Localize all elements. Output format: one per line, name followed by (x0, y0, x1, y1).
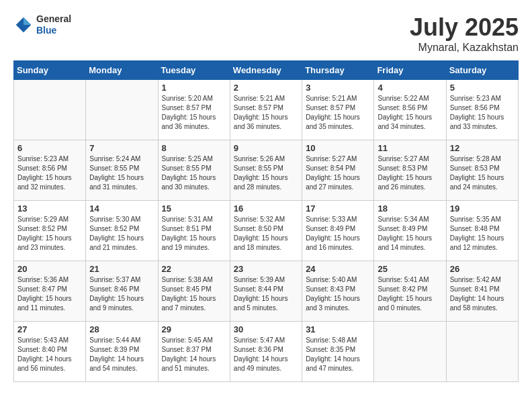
calendar-day-cell: 26Sunrise: 5:42 AMSunset: 8:41 PMDayligh… (446, 261, 518, 322)
calendar-day-cell: 14Sunrise: 5:30 AMSunset: 8:52 PMDayligh… (86, 201, 158, 261)
day-number: 18 (378, 203, 442, 214)
day-number: 19 (450, 203, 515, 214)
day-number: 8 (162, 143, 226, 153)
day-info: Sunrise: 5:43 AMSunset: 8:40 PMDaylight:… (17, 336, 82, 373)
logo-text: General Blue (36, 13, 71, 36)
day-number: 28 (89, 324, 154, 334)
day-number: 5 (450, 83, 515, 93)
day-info: Sunrise: 5:24 AMSunset: 8:55 PMDaylight:… (89, 154, 154, 192)
day-number: 23 (234, 264, 298, 274)
day-number: 30 (234, 324, 298, 334)
day-number: 6 (17, 143, 82, 153)
title-block: July 2025 Mynaral, Kazakhstan (410, 13, 519, 54)
calendar-day-cell: 31Sunrise: 5:48 AMSunset: 8:35 PMDayligh… (302, 322, 374, 382)
day-info: Sunrise: 5:40 AMSunset: 8:43 PMDaylight:… (306, 275, 370, 313)
day-info: Sunrise: 5:26 AMSunset: 8:55 PMDaylight:… (234, 154, 298, 192)
day-info: Sunrise: 5:28 AMSunset: 8:53 PMDaylight:… (450, 154, 515, 192)
logo: General Blue (13, 13, 71, 36)
calendar-week-row: 27Sunrise: 5:43 AMSunset: 8:40 PMDayligh… (14, 322, 519, 382)
calendar-day-cell: 23Sunrise: 5:39 AMSunset: 8:44 PMDayligh… (230, 261, 302, 322)
day-info: Sunrise: 5:47 AMSunset: 8:36 PMDaylight:… (234, 336, 298, 373)
day-info: Sunrise: 5:25 AMSunset: 8:55 PMDaylight:… (162, 154, 226, 192)
day-info: Sunrise: 5:35 AMSunset: 8:48 PMDaylight:… (450, 215, 515, 253)
calendar-day-cell (374, 322, 446, 382)
logo-blue-text: Blue (36, 25, 71, 36)
calendar-day-cell: 30Sunrise: 5:47 AMSunset: 8:36 PMDayligh… (230, 322, 302, 382)
page-header: General Blue July 2025 Mynaral, Kazakhst… (13, 13, 519, 54)
day-info: Sunrise: 5:45 AMSunset: 8:37 PMDaylight:… (162, 336, 226, 373)
calendar-day-cell: 15Sunrise: 5:31 AMSunset: 8:51 PMDayligh… (158, 201, 230, 261)
day-number: 22 (162, 264, 226, 274)
calendar-day-cell (86, 80, 158, 140)
calendar-week-row: 6Sunrise: 5:23 AMSunset: 8:56 PMDaylight… (14, 140, 519, 201)
day-of-week-header: Wednesday (230, 61, 302, 80)
day-info: Sunrise: 5:37 AMSunset: 8:46 PMDaylight:… (89, 275, 154, 313)
day-number: 11 (378, 143, 442, 153)
logo-general-text: General (36, 13, 71, 25)
calendar-week-row: 1Sunrise: 5:20 AMSunset: 8:57 PMDaylight… (14, 80, 519, 140)
day-info: Sunrise: 5:21 AMSunset: 8:57 PMDaylight:… (234, 94, 298, 132)
day-info: Sunrise: 5:27 AMSunset: 8:53 PMDaylight:… (378, 154, 442, 192)
day-number: 10 (306, 143, 370, 153)
day-number: 13 (17, 203, 82, 214)
day-info: Sunrise: 5:30 AMSunset: 8:52 PMDaylight:… (89, 215, 154, 253)
day-of-week-header: Saturday (446, 61, 518, 80)
calendar-day-cell: 3Sunrise: 5:21 AMSunset: 8:57 PMDaylight… (302, 80, 374, 140)
calendar-day-cell: 9Sunrise: 5:26 AMSunset: 8:55 PMDaylight… (230, 140, 302, 201)
calendar-day-cell: 5Sunrise: 5:23 AMSunset: 8:56 PMDaylight… (446, 80, 518, 140)
day-number: 29 (162, 324, 226, 334)
calendar-day-cell: 13Sunrise: 5:29 AMSunset: 8:52 PMDayligh… (14, 201, 86, 261)
month-title: July 2025 (410, 13, 519, 42)
day-info: Sunrise: 5:32 AMSunset: 8:50 PMDaylight:… (234, 215, 298, 253)
calendar-day-cell: 29Sunrise: 5:45 AMSunset: 8:37 PMDayligh… (158, 322, 230, 382)
calendar-day-cell: 19Sunrise: 5:35 AMSunset: 8:48 PMDayligh… (446, 201, 518, 261)
day-number: 1 (162, 83, 226, 93)
calendar-day-cell: 24Sunrise: 5:40 AMSunset: 8:43 PMDayligh… (302, 261, 374, 322)
calendar-day-cell: 22Sunrise: 5:38 AMSunset: 8:45 PMDayligh… (158, 261, 230, 322)
day-of-week-header: Sunday (14, 61, 86, 80)
day-number: 9 (234, 143, 298, 153)
day-of-week-header: Tuesday (158, 61, 230, 80)
calendar-day-cell: 28Sunrise: 5:44 AMSunset: 8:39 PMDayligh… (86, 322, 158, 382)
day-info: Sunrise: 5:27 AMSunset: 8:54 PMDaylight:… (306, 154, 370, 192)
day-number: 31 (306, 324, 370, 334)
day-info: Sunrise: 5:36 AMSunset: 8:47 PMDaylight:… (17, 275, 82, 313)
calendar-day-cell: 8Sunrise: 5:25 AMSunset: 8:55 PMDaylight… (158, 140, 230, 201)
day-info: Sunrise: 5:48 AMSunset: 8:35 PMDaylight:… (306, 336, 370, 373)
day-number: 21 (89, 264, 154, 274)
location: Mynaral, Kazakhstan (410, 42, 519, 54)
day-info: Sunrise: 5:29 AMSunset: 8:52 PMDaylight:… (17, 215, 82, 253)
day-of-week-header: Thursday (302, 61, 374, 80)
calendar-day-cell: 7Sunrise: 5:24 AMSunset: 8:55 PMDaylight… (86, 140, 158, 201)
day-of-week-header: Monday (86, 61, 158, 80)
day-number: 27 (17, 324, 82, 334)
svg-marker-1 (24, 17, 31, 25)
calendar-day-cell: 12Sunrise: 5:28 AMSunset: 8:53 PMDayligh… (446, 140, 518, 201)
day-number: 14 (89, 203, 154, 214)
calendar-day-cell: 20Sunrise: 5:36 AMSunset: 8:47 PMDayligh… (14, 261, 86, 322)
calendar-day-cell: 17Sunrise: 5:33 AMSunset: 8:49 PMDayligh… (302, 201, 374, 261)
day-info: Sunrise: 5:21 AMSunset: 8:57 PMDaylight:… (306, 94, 370, 132)
day-number: 4 (378, 83, 442, 93)
calendar-table: SundayMondayTuesdayWednesdayThursdayFrid… (13, 60, 519, 382)
day-info: Sunrise: 5:39 AMSunset: 8:44 PMDaylight:… (234, 275, 298, 313)
calendar-day-cell: 2Sunrise: 5:21 AMSunset: 8:57 PMDaylight… (230, 80, 302, 140)
calendar-header-row: SundayMondayTuesdayWednesdayThursdayFrid… (14, 61, 519, 80)
calendar-day-cell: 27Sunrise: 5:43 AMSunset: 8:40 PMDayligh… (14, 322, 86, 382)
calendar-day-cell: 10Sunrise: 5:27 AMSunset: 8:54 PMDayligh… (302, 140, 374, 201)
day-info: Sunrise: 5:23 AMSunset: 8:56 PMDaylight:… (17, 154, 82, 192)
calendar-day-cell: 6Sunrise: 5:23 AMSunset: 8:56 PMDaylight… (14, 140, 86, 201)
calendar-day-cell: 1Sunrise: 5:20 AMSunset: 8:57 PMDaylight… (158, 80, 230, 140)
calendar-week-row: 20Sunrise: 5:36 AMSunset: 8:47 PMDayligh… (14, 261, 519, 322)
day-info: Sunrise: 5:38 AMSunset: 8:45 PMDaylight:… (162, 275, 226, 313)
calendar-week-row: 13Sunrise: 5:29 AMSunset: 8:52 PMDayligh… (14, 201, 519, 261)
day-number: 24 (306, 264, 370, 274)
calendar-day-cell: 11Sunrise: 5:27 AMSunset: 8:53 PMDayligh… (374, 140, 446, 201)
day-number: 26 (450, 264, 515, 274)
day-info: Sunrise: 5:44 AMSunset: 8:39 PMDaylight:… (89, 336, 154, 373)
day-info: Sunrise: 5:33 AMSunset: 8:49 PMDaylight:… (306, 215, 370, 253)
day-info: Sunrise: 5:34 AMSunset: 8:49 PMDaylight:… (378, 215, 442, 253)
day-number: 12 (450, 143, 515, 153)
day-of-week-header: Friday (374, 61, 446, 80)
calendar-day-cell: 18Sunrise: 5:34 AMSunset: 8:49 PMDayligh… (374, 201, 446, 261)
